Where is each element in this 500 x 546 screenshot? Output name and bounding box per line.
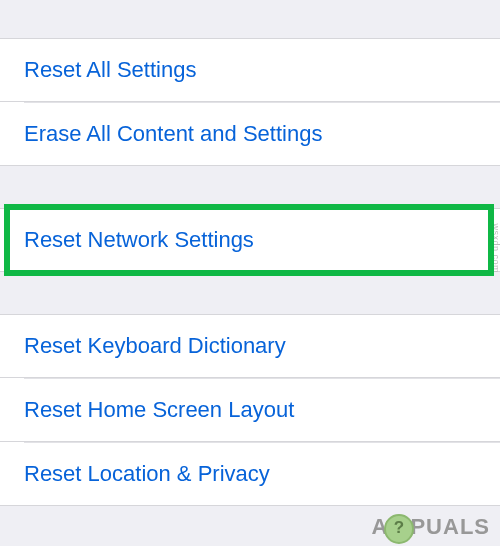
reset-location-privacy-row[interactable]: Reset Location & Privacy (0, 443, 500, 505)
settings-group-other: Reset Keyboard Dictionary Reset Home Scr… (0, 314, 500, 506)
erase-all-content-label: Erase All Content and Settings (24, 121, 322, 146)
reset-all-settings-row[interactable]: Reset All Settings (0, 39, 500, 102)
settings-group-network: Reset Network Settings (0, 208, 500, 272)
reset-home-screen-row[interactable]: Reset Home Screen Layout (0, 379, 500, 442)
network-settings-highlight: Reset Network Settings (0, 208, 500, 272)
reset-network-settings-row[interactable]: Reset Network Settings (0, 209, 500, 271)
reset-all-settings-label: Reset All Settings (24, 57, 196, 82)
erase-all-content-row[interactable]: Erase All Content and Settings (0, 103, 500, 165)
watermark-suffix: PUALS (410, 514, 490, 540)
reset-keyboard-dictionary-row[interactable]: Reset Keyboard Dictionary (0, 315, 500, 378)
reset-keyboard-dictionary-label: Reset Keyboard Dictionary (24, 333, 286, 358)
reset-home-screen-label: Reset Home Screen Layout (24, 397, 294, 422)
settings-group-general: Reset All Settings Erase All Content and… (0, 38, 500, 166)
reset-location-privacy-label: Reset Location & Privacy (24, 461, 270, 486)
watermark-logo: A PUALS (372, 512, 490, 540)
attribution-text: wsxdn.com (491, 223, 500, 273)
reset-network-settings-label: Reset Network Settings (24, 227, 254, 252)
